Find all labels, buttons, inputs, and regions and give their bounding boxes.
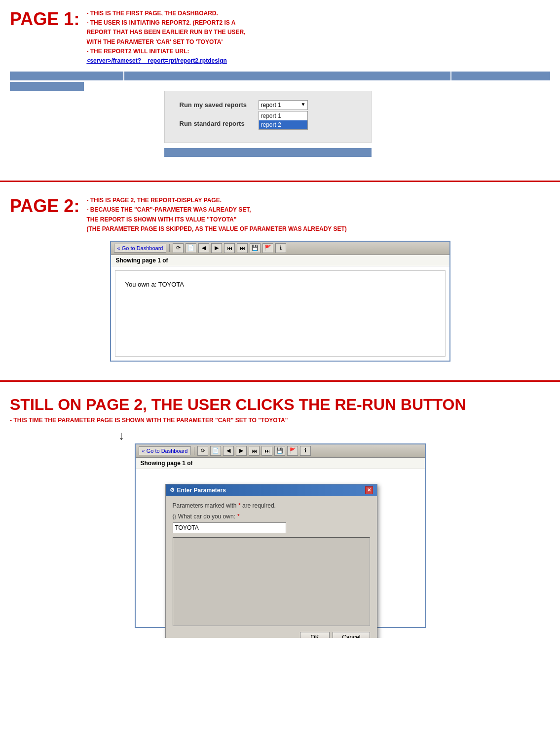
modal-title: Enter Parameters: [177, 487, 226, 494]
page3-toolbar: « Go to Dashboard ⟳ 📄 ◀ ▶ ⏮ ⏭ 💾: [136, 444, 425, 458]
page3-flag-icon: 🚩: [289, 447, 296, 454]
modal-ok-button[interactable]: OK: [300, 632, 330, 638]
page1-section: PAGE 1: - THIS IS THE FIRST PAGE, THE DA…: [0, 0, 560, 172]
modal-cancel-button[interactable]: Cancel: [333, 632, 370, 638]
nav-bar-left: [10, 72, 123, 80]
page2-desc-line1: - THIS IS PAGE 2, THE REPORT-DISPLAY PAG…: [86, 196, 346, 205]
page2-toolbar: « Go to Dashboard ⟳ 📄 ◀ ▶ ⏮ ⏭ 💾: [111, 242, 449, 255]
modal-footer: OK Cancel: [173, 630, 370, 638]
dropdown-item-report1[interactable]: report 1: [259, 111, 307, 120]
info-icon: ℹ: [280, 245, 282, 251]
page3-back-button[interactable]: « Go to Dashboard: [139, 446, 191, 455]
first-icon: ⏮: [227, 245, 232, 251]
page3-toolbar-sep1: [194, 447, 194, 455]
param-brace-icon: {}: [173, 514, 176, 519]
page3-title: STILL ON PAGE 2, THE USER CLICKS THE RE-…: [10, 396, 550, 414]
page3-toolbar-icon-prev[interactable]: ◀: [223, 446, 234, 456]
page2-header: PAGE 2: - THIS IS PAGE 2, THE REPORT-DIS…: [10, 196, 550, 234]
required-asterisk: *: [238, 502, 241, 509]
page3-toolbar-icon-save[interactable]: 💾: [274, 446, 285, 456]
page1-url: <server>/frameset?__report=rpt/report2.r…: [86, 56, 245, 66]
save-icon: 💾: [252, 245, 259, 251]
report-selector-wrapper: Run my saved reports report 1 ▼ report 1…: [10, 91, 550, 143]
page2-label: PAGE 2:: [10, 196, 79, 217]
modal-required-note: Parameters marked with * are required.: [173, 502, 370, 509]
saved-reports-control[interactable]: report 1 ▼ report 1 report 2: [259, 100, 356, 110]
page1-desc-line2: - THE USER IS INITIATING REPORT2. (REPOR…: [86, 18, 245, 28]
page3-last-icon: ⏭: [264, 448, 270, 454]
page3-save-icon: 💾: [276, 447, 283, 454]
page1-desc-line4: WITH THE PARAMETER 'CAR' SET TO 'TOYOTA': [86, 37, 245, 47]
nav-bar-center: [124, 72, 450, 80]
page2-desc-line3: THE REPORT IS SHOWN WITH ITS VALUE "TOYO…: [86, 215, 346, 224]
close-icon: ✕: [367, 487, 371, 493]
page2-report-content: You own a: TOYOTA: [115, 270, 446, 357]
modal-overlay: ⚙ Enter Parameters ✕ Parameters marked w…: [136, 469, 425, 627]
toolbar-icon-info[interactable]: ℹ: [275, 243, 286, 253]
page3-section: STILL ON PAGE 2, THE USER CLICKS THE RE-…: [0, 391, 560, 638]
bottom-bar-wrapper: [10, 148, 550, 157]
dashboard-mockup: Run my saved reports report 1 ▼ report 1…: [10, 72, 550, 157]
saved-reports-row: Run my saved reports report 1 ▼ report 1…: [180, 100, 356, 110]
modal-gear-icon: ⚙: [170, 487, 175, 493]
page3-info-icon: ℹ: [304, 447, 306, 454]
page3-description: - THIS TIME THE PARAMETER PAGE IS SHOWN …: [10, 417, 550, 424]
toolbar-icon-doc[interactable]: 📄: [186, 243, 196, 253]
page3-toolbar-icon-rerun[interactable]: ⟳: [197, 446, 208, 456]
page1-desc-line5: - THE REPORT2 WILL INITIATE URL:: [86, 47, 245, 56]
saved-reports-dropdown-display[interactable]: report 1: [259, 100, 308, 110]
page1-desc-line1: - THIS IS THE FIRST PAGE, THE DASHBOARD.: [86, 9, 245, 18]
dropdown-item-report2[interactable]: report 2: [259, 120, 307, 129]
toolbar-icon-last[interactable]: ⏭: [237, 243, 248, 253]
saved-reports-dropdown-wrapper[interactable]: report 1 ▼ report 1 report 2: [259, 100, 308, 110]
saved-reports-dropdown-list[interactable]: report 1 report 2: [259, 111, 308, 130]
page3-first-icon: ⏮: [252, 448, 257, 454]
prev-icon: ◀: [202, 245, 206, 251]
page2-desc-line4: (THE PARAMETER PAGE IS SKIPPED, AS THE V…: [86, 224, 346, 234]
modal-param-label: {} What car do you own: *: [173, 513, 370, 520]
toolbar-icon-save[interactable]: 💾: [250, 243, 261, 253]
nav-bar2-left: [10, 82, 84, 91]
page3-toolbar-icon-last[interactable]: ⏭: [261, 446, 272, 456]
modal-titlebar: ⚙ Enter Parameters ✕: [166, 484, 377, 496]
car-parameter-input[interactable]: [173, 522, 286, 533]
page3-toolbar-icon-doc[interactable]: 📄: [210, 446, 221, 456]
saved-reports-label: Run my saved reports: [180, 100, 259, 109]
toolbar-icon-first[interactable]: ⏮: [224, 243, 235, 253]
page3-next-icon: ▶: [239, 447, 243, 454]
page2-desc-line2: - BECAUSE THE "CAR"-PARAMETER WAS ALREAD…: [86, 205, 346, 215]
page3-report-viewer: « Go to Dashboard ⟳ 📄 ◀ ▶ ⏮ ⏭ 💾: [135, 443, 426, 628]
enter-parameters-dialog: ⚙ Enter Parameters ✕ Parameters marked w…: [165, 484, 377, 638]
doc-icon: 📄: [187, 245, 194, 251]
page3-toolbar-icon-next[interactable]: ▶: [236, 446, 247, 456]
page2-page-info: Showing page 1 of: [111, 255, 449, 266]
page3-toolbar-icon-info[interactable]: ℹ: [300, 446, 311, 456]
page3-prev-icon: ◀: [226, 447, 230, 454]
modal-close-button[interactable]: ✕: [365, 486, 373, 494]
toolbar-icon-next[interactable]: ▶: [211, 243, 222, 253]
page3-toolbar-icon-first[interactable]: ⏮: [249, 446, 260, 456]
rerun-icon: ⟳: [176, 245, 181, 251]
divider-2: [0, 380, 560, 382]
page2-description: - THIS IS PAGE 2, THE REPORT-DISPLAY PAG…: [86, 196, 346, 234]
toolbar-icon-prev[interactable]: ◀: [198, 243, 209, 253]
arrow-annotation: ↓: [118, 429, 550, 442]
toolbar-sep1: [169, 244, 170, 252]
nav-bar-right: [451, 72, 550, 80]
page2-report-viewer: « Go to Dashboard ⟳ 📄 ◀ ▶ ⏮ ⏭ 💾: [110, 241, 450, 362]
report-selector-panel: Run my saved reports report 1 ▼ report 1…: [164, 91, 372, 143]
modal-content-area: [173, 537, 370, 626]
flag-icon: 🚩: [264, 245, 271, 251]
page3-toolbar-icon-flag[interactable]: 🚩: [287, 446, 298, 456]
param-required-asterisk: *: [237, 513, 240, 520]
page2-section: PAGE 2: - THIS IS PAGE 2, THE REPORT-DIS…: [0, 191, 560, 371]
page1-description: - THIS IS THE FIRST PAGE, THE DASHBOARD.…: [86, 9, 245, 66]
page3-doc-icon: 📄: [212, 447, 219, 454]
next-icon: ▶: [215, 245, 219, 251]
bottom-bar: [164, 148, 372, 157]
toolbar-icon-flag[interactable]: 🚩: [262, 243, 273, 253]
page1-label: PAGE 1:: [10, 9, 79, 30]
page2-back-button[interactable]: « Go to Dashboard: [114, 244, 167, 253]
page3-page-info: Showing page 1 of: [136, 458, 425, 469]
toolbar-icon-rerun[interactable]: ⟳: [173, 243, 184, 253]
